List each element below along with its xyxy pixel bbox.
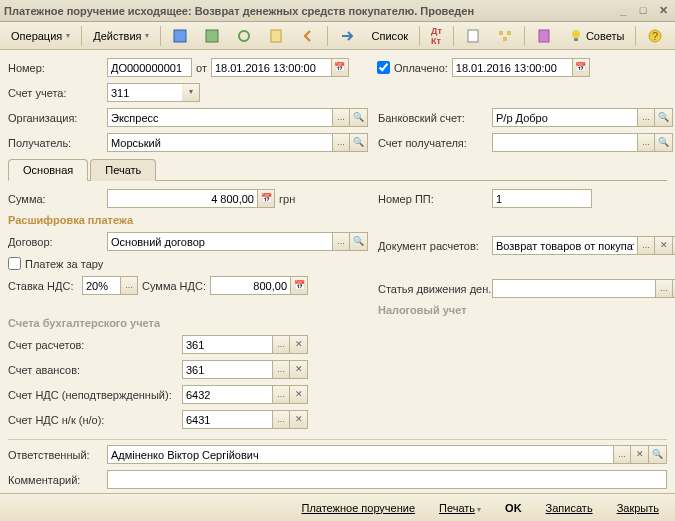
recipient-input[interactable] xyxy=(107,133,332,152)
toolbar-icon-1[interactable] xyxy=(165,25,195,47)
recip-acc-input[interactable] xyxy=(492,133,637,152)
pp-label: Номер ПП: xyxy=(378,193,488,205)
select-icon[interactable]: ... xyxy=(332,232,350,251)
pp-input[interactable] xyxy=(492,189,592,208)
art-input[interactable] xyxy=(492,279,655,298)
struct-icon xyxy=(497,28,513,44)
tare-label: Платеж за тару xyxy=(25,258,103,270)
tips-button[interactable]: Советы xyxy=(561,25,631,47)
doc-icon xyxy=(268,28,284,44)
maximize-button[interactable]: □ xyxy=(635,4,651,18)
paid-label: Оплачено: xyxy=(394,62,448,74)
help-button[interactable]: ? xyxy=(640,25,670,47)
minimize-button[interactable]: _ xyxy=(615,4,631,18)
calendar-icon[interactable]: 📅 xyxy=(331,58,349,77)
report-icon xyxy=(465,28,481,44)
contract-label: Договор: xyxy=(8,236,103,248)
svg-point-2 xyxy=(239,31,249,41)
art-label: Статья движения ден. средств: xyxy=(378,283,488,295)
org-label: Организация: xyxy=(8,112,103,124)
select-icon[interactable]: ... xyxy=(272,360,290,379)
select-icon[interactable]: ... xyxy=(655,279,673,298)
select-icon[interactable]: ... xyxy=(637,133,655,152)
contract-input[interactable] xyxy=(107,232,332,251)
vat-sum-input[interactable] xyxy=(210,276,290,295)
search-icon[interactable]: 🔍 xyxy=(655,133,673,152)
close-button[interactable]: ✕ xyxy=(655,4,671,18)
select-icon[interactable]: ... xyxy=(272,410,290,429)
number-input[interactable] xyxy=(107,58,192,77)
search-icon[interactable]: 🔍 xyxy=(350,232,368,251)
select-icon[interactable]: ... xyxy=(272,335,290,354)
acc-title: Счета бухгалтерского учета xyxy=(8,317,368,329)
toolbar-icon-4[interactable] xyxy=(261,25,291,47)
svg-text:?: ? xyxy=(652,30,658,42)
account-input[interactable] xyxy=(107,83,182,102)
account-label: Счет учета: xyxy=(8,87,103,99)
search-icon[interactable]: 🔍 xyxy=(350,133,368,152)
tab-main[interactable]: Основная xyxy=(8,159,88,181)
toolbar-icon-8[interactable] xyxy=(490,25,520,47)
paid-date-input[interactable] xyxy=(452,58,572,77)
sum-input[interactable] xyxy=(107,189,257,208)
select-icon[interactable]: ... xyxy=(332,108,350,127)
acc1-input[interactable] xyxy=(182,335,272,354)
ok-button[interactable]: OK xyxy=(497,500,530,516)
svg-rect-6 xyxy=(507,31,511,35)
doc-input[interactable] xyxy=(492,236,637,255)
search-icon[interactable]: 🔍 xyxy=(655,108,673,127)
toolbar-icon-2[interactable] xyxy=(197,25,227,47)
select-icon[interactable]: ... xyxy=(613,445,631,464)
print-menu[interactable]: Печать xyxy=(431,500,489,516)
sum-label: Сумма: xyxy=(8,193,103,205)
toolbar-icon-3[interactable] xyxy=(229,25,259,47)
close-window-button[interactable]: Закрыть xyxy=(609,500,667,516)
payment-link[interactable]: Платежное поручение xyxy=(293,500,423,516)
acc4-input[interactable] xyxy=(182,410,272,429)
search-icon[interactable]: 🔍 xyxy=(350,108,368,127)
actions-menu[interactable]: Действия xyxy=(86,27,156,45)
acc3-label: Счет НДС (неподтвержденный): xyxy=(8,389,178,401)
toolbar-icon-9[interactable] xyxy=(529,25,559,47)
paid-checkbox[interactable] xyxy=(377,61,390,74)
calc-icon[interactable]: 📅 xyxy=(257,189,275,208)
calendar-icon[interactable]: 📅 xyxy=(572,58,590,77)
svg-rect-1 xyxy=(206,30,218,42)
select-icon[interactable]: ... xyxy=(332,133,350,152)
clear-icon[interactable]: ✕ xyxy=(290,335,308,354)
clear-icon[interactable]: ✕ xyxy=(655,236,673,255)
comment-input[interactable] xyxy=(107,470,667,489)
toolbar-icon-dk[interactable]: ДтКт xyxy=(424,23,449,49)
select-icon[interactable]: ... xyxy=(637,236,655,255)
toolbar-icon-6[interactable] xyxy=(332,25,362,47)
save-button[interactable]: Записать xyxy=(538,500,601,516)
acc3-input[interactable] xyxy=(182,385,272,404)
acc2-input[interactable] xyxy=(182,360,272,379)
tax-title: Налоговый учет xyxy=(378,304,675,316)
titlebar: Платежное поручение исходящее: Возврат д… xyxy=(0,0,675,22)
clear-icon[interactable]: ✕ xyxy=(290,360,308,379)
list-button[interactable]: Список xyxy=(364,27,415,45)
bank-input[interactable] xyxy=(492,108,637,127)
org-input[interactable] xyxy=(107,108,332,127)
toolbar-icon-7[interactable] xyxy=(458,25,488,47)
date-input[interactable] xyxy=(211,58,331,77)
toolbar-icon-5[interactable] xyxy=(293,25,323,47)
toolbar: Операция Действия Список ДтКт Советы ? xyxy=(0,22,675,50)
clear-icon[interactable]: ✕ xyxy=(290,410,308,429)
select-icon[interactable]: ... xyxy=(272,385,290,404)
tare-checkbox[interactable] xyxy=(8,257,21,270)
clear-icon[interactable]: ✕ xyxy=(631,445,649,464)
tab-print[interactable]: Печать xyxy=(90,159,156,181)
svg-rect-3 xyxy=(271,30,281,42)
calc-icon[interactable]: 📅 xyxy=(290,276,308,295)
resp-input[interactable] xyxy=(107,445,613,464)
dropdown-icon[interactable]: ▾ xyxy=(182,83,200,102)
clear-icon[interactable]: ✕ xyxy=(290,385,308,404)
svg-rect-8 xyxy=(539,30,549,42)
select-icon[interactable]: ... xyxy=(120,276,138,295)
search-icon[interactable]: 🔍 xyxy=(649,445,667,464)
select-icon[interactable]: ... xyxy=(637,108,655,127)
operation-menu[interactable]: Операция xyxy=(4,27,77,45)
vat-rate-input[interactable] xyxy=(82,276,120,295)
